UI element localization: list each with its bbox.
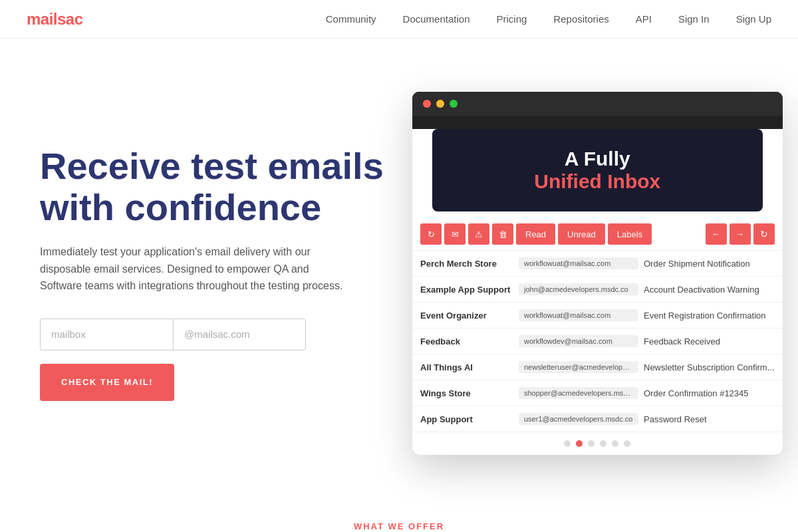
nav-item-community[interactable]: Community — [326, 13, 376, 25]
inbox-toolbar: ↻ ✉ ⚠ 🗑 Read Unread Labels ← → ↻ — [412, 218, 783, 251]
email-row[interactable]: Example App Support john@acmedevelopers.… — [412, 277, 783, 303]
email-row[interactable]: Wings Store shopper@acmedevelopers.msdc.… — [412, 380, 783, 406]
hero-title: Receive test emails with confidence — [40, 146, 386, 227]
email-address: shopper@acmedevelopers.msdc.co — [519, 387, 638, 399]
browser-dot-green — [450, 100, 458, 108]
email-sender: App Support — [420, 414, 513, 424]
email-subject: Order Shipment Notification — [644, 259, 775, 269]
what-we-offer-label: WHAT WE OFFER — [0, 495, 798, 532]
email-subject: Newsletter Subscription Confirm... — [644, 362, 775, 372]
email-address: john@acmedevelopers.msdc.co — [519, 283, 638, 295]
email-list: Perch Merch Store workflowuat@mailsac.co… — [412, 251, 783, 432]
hero-left: Receive test emails with confidence Imme… — [40, 146, 386, 401]
check-mail-button[interactable]: CHECK THE MAIL! — [40, 364, 174, 401]
navbar: mailsac Community Documentation Pricing … — [0, 0, 798, 39]
nav-link-documentation[interactable]: Documentation — [403, 13, 470, 25]
nav-link-signup[interactable]: Sign Up — [736, 13, 771, 25]
toolbar-refresh-btn[interactable]: ↻ — [420, 223, 442, 245]
email-row[interactable]: All Things AI newsletteruser@acmedevelop… — [412, 354, 783, 380]
nav-link-api[interactable]: API — [636, 13, 652, 25]
email-address: newsletteruser@acmedevelopers.msdc.co — [519, 361, 638, 373]
banner-line1: A Fully — [446, 148, 749, 170]
email-address: workflowdev@mailsac.com — [519, 335, 638, 347]
browser-mockup: A Fully Unified Inbox ↻ ✉ ⚠ 🗑 Read Unrea… — [412, 92, 783, 455]
email-sender: Perch Merch Store — [420, 259, 513, 269]
carousel-dot-5[interactable] — [624, 440, 630, 447]
hero-section: Receive test emails with confidence Imme… — [0, 39, 798, 495]
nav-link-repositories[interactable]: Repositories — [553, 13, 608, 25]
browser-content: A Fully Unified Inbox ↻ ✉ ⚠ 🗑 Read Unrea… — [412, 129, 783, 455]
email-subject: Order Confirmation #12345 — [644, 388, 775, 398]
site-logo[interactable]: mailsac — [27, 10, 83, 29]
carousel-dot-3[interactable] — [600, 440, 606, 447]
toolbar-alert-btn[interactable]: ⚠ — [468, 223, 489, 245]
toolbar-prev-btn[interactable]: ← — [706, 223, 727, 245]
toolbar-email-btn[interactable]: ✉ — [444, 223, 466, 245]
nav-item-pricing[interactable]: Pricing — [497, 13, 527, 25]
email-subject: Password Reset — [644, 414, 775, 424]
email-address: workflowuat@mailsac.com — [519, 257, 638, 269]
toolbar-reload-btn[interactable]: ↻ — [753, 223, 775, 245]
email-address: user1@acmedevelopers.msdc.co — [519, 413, 638, 425]
nav-item-documentation[interactable]: Documentation — [403, 13, 470, 25]
toolbar-unread-btn[interactable]: Unread — [558, 223, 605, 245]
nav-links: Community Documentation Pricing Reposito… — [326, 13, 771, 25]
browser-dot-red — [423, 100, 431, 108]
email-form — [40, 319, 386, 350]
banner-line2: Unified Inbox — [446, 170, 749, 193]
nav-link-signin[interactable]: Sign In — [678, 13, 710, 25]
carousel-dot-2[interactable] — [588, 440, 595, 447]
email-subject: Feedback Received — [644, 336, 775, 346]
browser-dot-yellow — [436, 100, 444, 108]
email-sender: Wings Store — [420, 388, 513, 398]
email-subject: Account Deactivation Warning — [644, 285, 775, 295]
email-row[interactable]: Event Organizer workflowuat@mailsac.com … — [412, 303, 783, 329]
domain-input[interactable] — [173, 319, 306, 350]
nav-link-pricing[interactable]: Pricing — [497, 13, 527, 25]
unified-inbox-banner: A Fully Unified Inbox — [432, 129, 763, 211]
toolbar-labels-btn[interactable]: Labels — [608, 223, 652, 245]
nav-item-signup[interactable]: Sign Up — [736, 13, 771, 25]
email-row[interactable]: Feedback workflowdev@mailsac.com Feedbac… — [412, 329, 783, 354]
email-sender: Feedback — [420, 336, 513, 346]
nav-link-community[interactable]: Community — [326, 13, 376, 25]
email-sender: Event Organizer — [420, 311, 513, 321]
toolbar-read-btn[interactable]: Read — [516, 223, 555, 245]
hero-right: A Fully Unified Inbox ↻ ✉ ⚠ 🗑 Read Unrea… — [412, 92, 783, 455]
toolbar-delete-btn[interactable]: 🗑 — [492, 223, 513, 245]
carousel-dot-4[interactable] — [612, 440, 618, 447]
mailbox-input[interactable] — [40, 319, 173, 350]
carousel-dot-1[interactable] — [576, 440, 583, 447]
nav-item-api[interactable]: API — [636, 13, 652, 25]
email-sender: Example App Support — [420, 285, 513, 295]
hero-subtitle: Immediately test your application's emai… — [40, 243, 346, 295]
email-sender: All Things AI — [420, 362, 513, 372]
email-subject: Event Registration Confirmation — [644, 311, 775, 321]
email-row[interactable]: App Support user1@acmedevelopers.msdc.co… — [412, 406, 783, 432]
carousel-dots — [412, 432, 783, 455]
browser-bar — [412, 92, 783, 116]
nav-item-repositories[interactable]: Repositories — [553, 13, 608, 25]
carousel-dot-0[interactable] — [564, 440, 571, 447]
email-address: workflowuat@mailsac.com — [519, 309, 638, 321]
email-row[interactable]: Perch Merch Store workflowuat@mailsac.co… — [412, 251, 783, 277]
nav-item-signin[interactable]: Sign In — [678, 13, 710, 25]
toolbar-next-btn[interactable]: → — [730, 223, 751, 245]
